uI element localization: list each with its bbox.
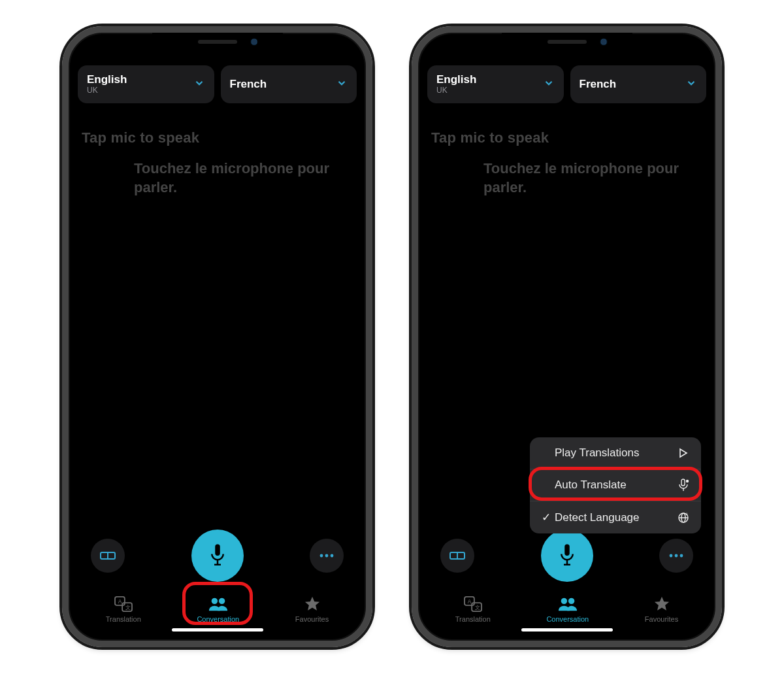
language-left-region: UK	[87, 86, 127, 95]
tab-bar: A文 Translation Conversation Favourites	[427, 591, 706, 626]
controls-row	[427, 530, 706, 591]
menu-label: Play Translations	[555, 447, 676, 460]
svg-point-36	[568, 598, 574, 604]
tab-translation[interactable]: A文 Translation	[106, 596, 141, 623]
microphone-button[interactable]	[191, 530, 244, 582]
svg-text:A: A	[467, 598, 471, 605]
svg-marker-14	[304, 597, 319, 611]
phone-left: English UK French Tap mic to speak Touch	[62, 26, 372, 647]
notch	[502, 33, 632, 51]
prompt-secondary: Touchez le microphone pour parler.	[483, 160, 702, 197]
prompts: Tap mic to speak Touchez le microphone p…	[78, 129, 357, 197]
microphone-icon	[208, 543, 227, 568]
svg-text:文: 文	[125, 604, 131, 611]
svg-rect-2	[215, 545, 220, 556]
face-to-face-button[interactable]	[440, 539, 474, 573]
svg-point-28	[670, 554, 673, 558]
tab-bar: A文 Translation Conversation Favourites	[78, 591, 357, 626]
star-icon	[302, 596, 322, 613]
controls-row	[78, 530, 357, 591]
menu-label: Auto Translate	[555, 479, 676, 492]
svg-rect-25	[564, 545, 570, 556]
language-selector-left[interactable]: English UK	[78, 65, 214, 103]
svg-point-29	[675, 554, 678, 558]
svg-point-7	[331, 554, 334, 558]
prompt-secondary: Touchez le microphone pour parler.	[134, 160, 353, 197]
language-selector-left[interactable]: English UK	[427, 65, 564, 103]
language-selector-right[interactable]: French	[221, 65, 357, 103]
options-menu: Play Translations Auto Translate ✓ Detec…	[530, 437, 701, 533]
conversation-icon	[558, 596, 578, 613]
chevron-down-icon	[336, 77, 348, 92]
chevron-down-icon	[543, 77, 555, 92]
svg-point-5	[320, 554, 323, 558]
chevron-down-icon	[193, 77, 205, 92]
more-icon	[668, 553, 684, 558]
tab-label: Translation	[106, 615, 141, 623]
tab-label: Translation	[455, 615, 491, 623]
svg-point-18	[686, 480, 689, 482]
more-button[interactable]	[659, 539, 693, 573]
tab-label: Favourites	[295, 615, 329, 623]
language-left-name: English	[87, 73, 127, 86]
svg-marker-37	[654, 597, 668, 611]
home-indicator[interactable]	[172, 628, 263, 632]
prompt-primary: Tap mic to speak	[431, 129, 702, 146]
tab-label: Conversation	[546, 615, 589, 623]
prompts: Tap mic to speak Touchez le microphone p…	[427, 129, 706, 197]
check-icon: ✓	[540, 511, 552, 524]
menu-item-play-translations[interactable]: Play Translations	[530, 437, 701, 469]
svg-rect-16	[681, 479, 685, 486]
menu-label: Detect Language	[555, 511, 676, 524]
microphone-icon	[557, 543, 577, 568]
globe-icon: +	[676, 512, 691, 524]
conversation-icon	[208, 596, 228, 613]
more-button[interactable]	[310, 539, 344, 573]
screen-right: English UK French Tap mic to speak Touch	[418, 33, 715, 641]
tab-conversation[interactable]: Conversation	[197, 596, 239, 623]
mic-auto-icon	[676, 479, 691, 492]
language-right-name: French	[580, 78, 617, 91]
translation-icon: A文	[463, 596, 483, 613]
svg-point-30	[680, 554, 683, 558]
svg-text:+: +	[685, 512, 688, 516]
tab-favourites[interactable]: Favourites	[645, 596, 678, 623]
prompt-primary: Tap mic to speak	[82, 129, 353, 146]
face-to-face-icon	[100, 550, 116, 561]
tab-translation[interactable]: A文 Translation	[455, 596, 491, 623]
home-indicator[interactable]	[521, 628, 613, 632]
tab-conversation[interactable]: Conversation	[546, 596, 589, 623]
language-right-name: French	[230, 78, 267, 91]
menu-item-auto-translate[interactable]: Auto Translate	[530, 469, 701, 501]
language-row: English UK French	[78, 65, 357, 103]
svg-point-35	[561, 598, 567, 604]
chevron-down-icon	[685, 77, 697, 92]
svg-point-6	[325, 554, 329, 558]
notch	[152, 33, 283, 51]
tab-favourites[interactable]: Favourites	[295, 596, 329, 623]
tab-label: Conversation	[197, 615, 239, 623]
svg-marker-15	[680, 449, 687, 457]
face-to-face-button[interactable]	[91, 539, 125, 573]
language-left-region: UK	[436, 86, 476, 95]
menu-item-detect-language[interactable]: ✓ Detect Language +	[530, 501, 701, 533]
play-icon	[676, 448, 691, 458]
tab-label: Favourites	[645, 615, 678, 623]
svg-text:文: 文	[475, 604, 480, 611]
language-selector-right[interactable]: French	[570, 65, 707, 103]
more-icon	[319, 553, 335, 558]
svg-text:A: A	[118, 598, 122, 605]
svg-point-12	[212, 598, 218, 604]
language-row: English UK French	[427, 65, 706, 103]
phone-right: English UK French Tap mic to speak Touch	[412, 26, 722, 647]
language-left-name: English	[436, 73, 476, 86]
screen-left: English UK French Tap mic to speak Touch	[69, 33, 366, 641]
face-to-face-icon	[449, 550, 465, 561]
star-icon	[652, 596, 672, 613]
microphone-button[interactable]	[541, 530, 593, 582]
svg-point-13	[219, 598, 225, 604]
translation-icon: A文	[114, 596, 133, 613]
